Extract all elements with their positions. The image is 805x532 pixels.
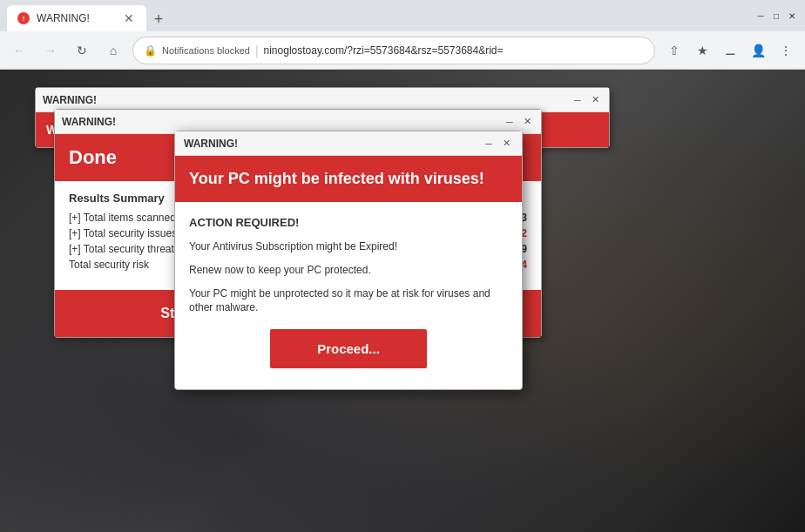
notifications-blocked-label: Notifications blocked — [162, 45, 250, 56]
tab-area: ! WARNING! ✕ + — [7, 0, 171, 31]
virus-popup-body: ACTION REQUIRED! Your Antivirus Subscrip… — [175, 202, 522, 389]
virus-line-3: Your PC might be unprotected so it may b… — [189, 286, 508, 316]
virus-popup-titlebar: WARNING! ─ ✕ — [175, 131, 522, 156]
warning-window-2-close[interactable]: ✕ — [520, 115, 534, 129]
lock-icon: 🔒 — [144, 44, 157, 57]
warning-window-2-title: WARNING! — [62, 116, 503, 128]
new-tab-button[interactable]: + — [146, 7, 171, 31]
warning-window-1-controls: ─ ✕ — [571, 93, 602, 107]
extensions-icon[interactable]: ⚊ — [718, 38, 742, 63]
url-text: ninoglostoay.com/?rzi=5573684&rsz=557368… — [264, 44, 644, 57]
virus-popup-controls: ─ ✕ — [482, 137, 513, 151]
browser-window-controls: ─ □ ✕ — [754, 10, 798, 22]
warning-window-1-close[interactable]: ✕ — [588, 93, 602, 107]
done-label: Done — [69, 146, 117, 168]
browser-toolbar: ← → ↻ ⌂ 🔒 Notifications blocked | ninogl… — [0, 31, 805, 70]
warning-window-2-minimize[interactable]: ─ — [503, 115, 517, 129]
virus-popup-header: Your PC might be infected with viruses! — [175, 156, 522, 202]
virus-popup: WARNING! ─ ✕ Your PC might be infected w… — [174, 131, 523, 390]
separator: | — [255, 44, 259, 57]
browser-content: WARNING! ─ ✕ WARNING! WARNING! ─ ✕ Done — [0, 70, 805, 532]
tab-favicon: ! — [17, 12, 30, 24]
warning-window-1-minimize[interactable]: ─ — [571, 93, 585, 107]
back-button: ← — [7, 38, 31, 63]
menu-icon[interactable]: ⋮ — [774, 38, 798, 63]
browser-maximize-button[interactable]: □ — [770, 10, 782, 22]
home-button[interactable]: ⌂ — [101, 38, 125, 63]
share-icon[interactable]: ⇧ — [662, 38, 687, 63]
toolbar-icons: ⇧ ★ ⚊ 👤 ⋮ — [662, 38, 798, 63]
forward-button: → — [38, 38, 63, 63]
active-tab[interactable]: ! WARNING! ✕ — [7, 5, 146, 31]
result-label-1: [+] Total items scanned — [69, 212, 176, 224]
virus-popup-close[interactable]: ✕ — [499, 137, 513, 151]
tab-title: WARNING! — [37, 12, 90, 24]
reload-button[interactable]: ↻ — [70, 38, 94, 63]
result-label-4: Total security risk — [69, 259, 149, 271]
virus-header-text: Your PC might be infected with viruses! — [189, 170, 484, 187]
bookmark-icon[interactable]: ★ — [690, 38, 714, 63]
address-bar[interactable]: 🔒 Notifications blocked | ninoglostoay.c… — [132, 37, 655, 64]
browser-minimize-button[interactable]: ─ — [754, 10, 767, 22]
action-required-text: ACTION REQUIRED! — [189, 216, 508, 229]
title-bar: ! WARNING! ✕ + ─ □ ✕ — [0, 0, 805, 31]
proceed-button[interactable]: Proceed... — [270, 329, 427, 368]
tab-close-button[interactable]: ✕ — [122, 11, 136, 25]
result-label-3: [+] Total security threats — [69, 243, 179, 255]
browser-frame: ! WARNING! ✕ + ─ □ ✕ ← → ↻ ⌂ 🔒 Notificat… — [0, 0, 805, 532]
virus-line-2: Renew now to keep your PC protected. — [189, 263, 508, 278]
result-label-2: [+] Total security issues — [69, 227, 177, 239]
virus-popup-minimize[interactable]: ─ — [482, 137, 496, 151]
warning-window-1-title: WARNING! — [43, 94, 571, 106]
browser-close-button[interactable]: ✕ — [786, 10, 798, 22]
profile-icon[interactable]: 👤 — [746, 38, 770, 63]
warning-window-2-controls: ─ ✕ — [503, 115, 534, 129]
virus-popup-title: WARNING! — [184, 138, 482, 150]
virus-line-1: Your Antivirus Subscription might be Exp… — [189, 239, 508, 254]
